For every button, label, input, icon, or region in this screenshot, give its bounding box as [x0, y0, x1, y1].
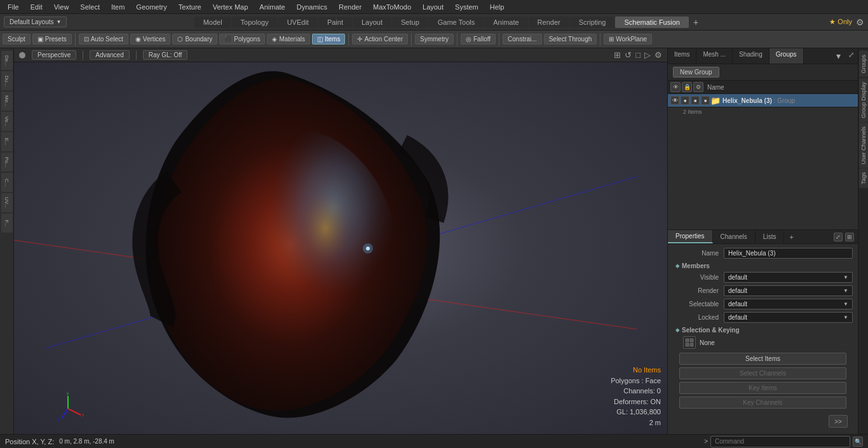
- prop-locked-dropdown[interactable]: default: [724, 312, 853, 323]
- tab-animate[interactable]: Animate: [484, 17, 527, 28]
- sidebar-tab-f[interactable]: F...: [1, 214, 13, 233]
- items-button[interactable]: ◫ Items: [312, 34, 345, 44]
- vertices-button[interactable]: ◉ Vertices: [130, 34, 171, 44]
- tab-items[interactable]: Items: [668, 48, 696, 64]
- props-icon-1[interactable]: ⤢: [834, 233, 843, 241]
- new-group-button[interactable]: New Group: [673, 67, 719, 78]
- gl-eye-icon[interactable]: 👁: [670, 82, 681, 92]
- sidebar-tab-e[interactable]: E...: [1, 132, 13, 151]
- select-through-button[interactable]: Select Through: [544, 34, 597, 44]
- group-icon-3: ■: [701, 96, 710, 105]
- settings-icon[interactable]: ⚙: [856, 17, 864, 27]
- gl-settings-icon[interactable]: ⚙: [693, 82, 703, 92]
- viewport-mode-button[interactable]: Perspective: [32, 50, 76, 60]
- prop-name-input[interactable]: [724, 248, 853, 259]
- tab-topology[interactable]: Topology: [232, 17, 278, 28]
- tab-model[interactable]: Model: [194, 17, 231, 28]
- tab-setup[interactable]: Setup: [392, 17, 428, 28]
- menu-animate[interactable]: Animate: [254, 2, 290, 12]
- presets-button[interactable]: ▣ Presets: [32, 34, 72, 44]
- sidebar-tab-du[interactable]: Du...: [1, 71, 13, 90]
- rvtab-user-channels[interactable]: User Channels: [859, 123, 868, 168]
- sculpt-button[interactable]: Sculpt: [3, 34, 31, 44]
- sidebar-tab-ve[interactable]: Ve...: [1, 112, 13, 131]
- none-grid-icon[interactable]: [683, 336, 696, 349]
- sidebar-tab-c[interactable]: C...: [1, 173, 13, 192]
- viewport-raygl-button[interactable]: Ray GL: Off: [143, 50, 188, 60]
- materials-button[interactable]: ◈ Materials: [267, 34, 310, 44]
- sidebar-tab-po[interactable]: Po...: [1, 153, 13, 172]
- tab-render[interactable]: Render: [529, 17, 569, 28]
- expand-arrow-button[interactable]: >>: [829, 415, 848, 428]
- tab-paint[interactable]: Paint: [318, 17, 352, 28]
- menu-texture[interactable]: Texture: [173, 2, 207, 12]
- rvtab-group-display[interactable]: Group Display: [859, 78, 868, 122]
- menu-render[interactable]: Render: [334, 2, 367, 12]
- constraints-button[interactable]: Constrai...: [503, 34, 542, 44]
- tab-groups[interactable]: Groups: [770, 48, 804, 64]
- viewport-fit-icon[interactable]: ⊞: [614, 50, 621, 60]
- select-channels-button[interactable]: Select Channels: [679, 367, 846, 379]
- viewport-settings-icon[interactable]: ⚙: [654, 50, 662, 60]
- sidebar-tab-me[interactable]: Me...: [1, 92, 13, 111]
- menu-help[interactable]: Help: [485, 2, 510, 12]
- group-item-helix[interactable]: 👁 ■ ■ ■ 📁 Helix_Nebula (3) : Group: [668, 94, 858, 107]
- prop-render-dropdown[interactable]: default: [724, 285, 853, 296]
- key-channels-button[interactable]: Key Channels: [679, 397, 846, 409]
- menu-view[interactable]: View: [49, 2, 74, 12]
- symmetry-button[interactable]: Symmetry: [415, 34, 454, 44]
- tab-scripting[interactable]: Scripting: [570, 17, 615, 28]
- hud-distance: 2 m: [611, 417, 661, 428]
- props-add-button[interactable]: +: [784, 231, 798, 243]
- group-eye-icon[interactable]: 👁: [670, 96, 679, 105]
- menu-dynamics[interactable]: Dynamics: [292, 2, 332, 12]
- props-icon-2[interactable]: ⊞: [845, 233, 854, 241]
- props-tab-channels[interactable]: Channels: [713, 231, 756, 243]
- star-only-badge[interactable]: ★ Only: [829, 18, 852, 26]
- menu-system[interactable]: System: [450, 2, 484, 12]
- gl-lock-icon[interactable]: 🔒: [682, 82, 692, 92]
- key-items-button[interactable]: Key Items: [679, 382, 846, 394]
- sidebar-tab-de[interactable]: De...: [1, 51, 13, 70]
- props-tab-properties[interactable]: Properties: [668, 230, 713, 243]
- viewport-camera-icon[interactable]: □: [635, 50, 641, 60]
- menu-geometry[interactable]: Geometry: [131, 2, 172, 12]
- right-tab-expand[interactable]: ▾: [832, 48, 844, 64]
- tab-game-tools[interactable]: Game Tools: [429, 17, 484, 28]
- boundary-button[interactable]: ⬡ Boundary: [172, 34, 217, 44]
- props-tabs: Properties Channels Lists + ⤢ ⊞: [668, 230, 858, 244]
- tab-schematic-fusion[interactable]: Schematic Fusion: [615, 17, 688, 28]
- viewport-advanced-button[interactable]: Advanced: [90, 50, 129, 60]
- menu-vertex-map[interactable]: Vertex Map: [208, 2, 254, 12]
- layout-selector[interactable]: Default Layouts ▼: [4, 17, 67, 27]
- props-tab-lists[interactable]: Lists: [756, 231, 785, 243]
- action-center-button[interactable]: ✛ Action Center: [352, 34, 408, 44]
- right-panel-maximize[interactable]: ⤢: [844, 48, 858, 64]
- prop-visible-dropdown[interactable]: default: [724, 272, 853, 283]
- tab-layout[interactable]: Layout: [353, 17, 391, 28]
- rvtab-tags[interactable]: Tags: [859, 168, 868, 188]
- tab-shading[interactable]: Shading: [733, 48, 770, 64]
- viewport-refresh-icon[interactable]: ↺: [625, 50, 632, 60]
- select-items-button[interactable]: Select Items: [679, 353, 846, 365]
- viewport[interactable]: X Z Y No Items Polygons : Face Channels:…: [14, 62, 667, 434]
- menu-layout[interactable]: Layout: [417, 2, 449, 12]
- prop-selectable-dropdown[interactable]: default: [724, 299, 853, 309]
- menu-item[interactable]: Item: [106, 2, 130, 12]
- viewport-render-icon[interactable]: ▷: [644, 50, 651, 60]
- menu-edit[interactable]: Edit: [25, 2, 48, 12]
- auto-select-button[interactable]: ⊡ Auto Select: [79, 34, 128, 44]
- rvtab-groups[interactable]: Groups: [859, 51, 868, 78]
- tab-mesh[interactable]: Mesh ...: [696, 48, 733, 64]
- menu-select[interactable]: Select: [75, 2, 105, 12]
- menu-file[interactable]: File: [3, 2, 24, 12]
- command-search-icon[interactable]: 🔍: [853, 437, 863, 447]
- polygons-button[interactable]: ⬛ Polygons: [219, 34, 265, 44]
- add-layout-button[interactable]: +: [689, 16, 702, 29]
- workplane-button[interactable]: ⊞ WorkPlane: [604, 34, 652, 44]
- command-input[interactable]: [710, 436, 850, 447]
- sidebar-tab-uv[interactable]: UV...: [1, 193, 13, 212]
- falloff-button[interactable]: ◎ Falloff: [461, 34, 496, 44]
- tab-uvedit[interactable]: UVEdit: [278, 17, 318, 28]
- menu-maxtomodo[interactable]: MaxToModo: [368, 2, 416, 12]
